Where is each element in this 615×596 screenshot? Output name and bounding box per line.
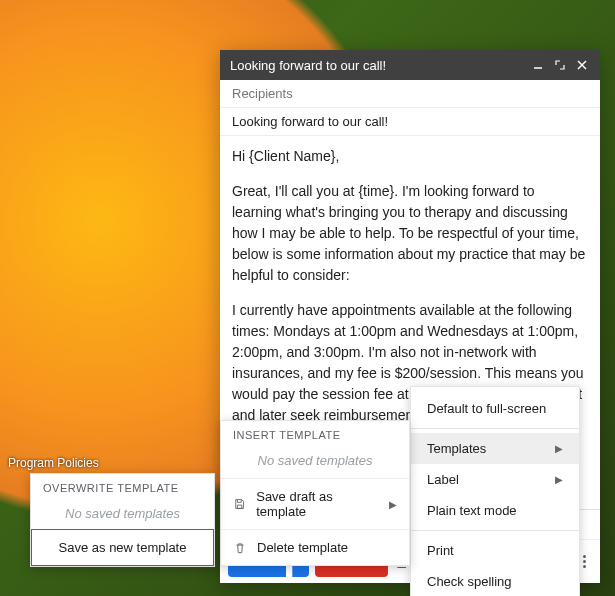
save-draft-as-template[interactable]: Save draft as template ▶ xyxy=(221,478,409,529)
close-icon[interactable] xyxy=(574,57,590,73)
save-as-new-template[interactable]: Save as new template xyxy=(31,529,214,566)
compose-more-menu: Default to full-screen Templates ▶ Label… xyxy=(410,386,580,596)
no-saved-templates-label: No saved templates xyxy=(221,449,409,478)
body-paragraph: Hi {Client Name}, xyxy=(232,146,588,167)
menu-print[interactable]: Print xyxy=(411,535,579,566)
menu-plain-text[interactable]: Plain text mode xyxy=(411,495,579,526)
divider xyxy=(411,530,579,531)
overwrite-template-submenu: OVERWRITE TEMPLATE No saved templates Sa… xyxy=(30,473,215,567)
delete-template[interactable]: Delete template xyxy=(221,529,409,565)
program-policies-link[interactable]: Program Policies xyxy=(8,456,99,470)
recipients-field[interactable]: Recipients xyxy=(220,80,600,108)
overwrite-template-header: OVERWRITE TEMPLATE xyxy=(31,474,214,502)
insert-template-header: INSERT TEMPLATE xyxy=(221,421,409,449)
subject-field[interactable]: Looking forward to our call! xyxy=(220,108,600,136)
trash-icon xyxy=(233,541,247,555)
chevron-right-icon: ▶ xyxy=(389,499,397,510)
templates-submenu: INSERT TEMPLATE No saved templates Save … xyxy=(220,420,410,566)
menu-default-fullscreen[interactable]: Default to full-screen xyxy=(411,393,579,424)
save-icon xyxy=(233,497,246,511)
menu-templates[interactable]: Templates ▶ xyxy=(411,433,579,464)
divider xyxy=(411,428,579,429)
expand-icon[interactable] xyxy=(552,57,568,73)
menu-check-spelling[interactable]: Check spelling xyxy=(411,566,579,596)
compose-titlebar: Looking forward to our call! xyxy=(220,50,600,80)
menu-label[interactable]: Label ▶ xyxy=(411,464,579,495)
compose-title: Looking forward to our call! xyxy=(230,58,524,73)
chevron-right-icon: ▶ xyxy=(555,443,563,454)
body-paragraph: Great, I'll call you at {time}. I'm look… xyxy=(232,181,588,286)
minimize-icon[interactable] xyxy=(530,57,546,73)
chevron-right-icon: ▶ xyxy=(555,474,563,485)
no-saved-templates-label: No saved templates xyxy=(31,502,214,529)
